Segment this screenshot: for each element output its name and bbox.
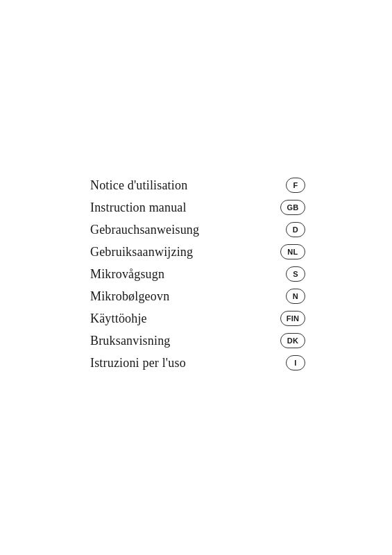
list-item: BruksanvisningDK — [90, 333, 305, 348]
list-item: MikrobølgeovnN — [90, 289, 305, 304]
list-item: KäyttöohjeFIN — [90, 311, 305, 326]
list-item: GebrauchsanweisungD — [90, 222, 305, 237]
language-badge: F — [286, 178, 305, 193]
menu-label: Istruzioni per l'uso — [90, 356, 186, 370]
page-container: Notice d'utilisationFInstruction manualG… — [0, 0, 392, 555]
language-badge: S — [286, 266, 305, 282]
menu-label: Mikrovågsugn — [90, 267, 164, 282]
list-item: Notice d'utilisationF — [90, 178, 305, 193]
language-badge: FIN — [280, 311, 305, 326]
menu-label: Käyttöohje — [90, 311, 147, 326]
language-badge: I — [286, 355, 305, 370]
menu-label: Instruction manual — [90, 200, 187, 215]
menu-label: Notice d'utilisation — [90, 178, 187, 193]
language-badge: N — [286, 289, 305, 304]
language-badge: DK — [280, 333, 305, 348]
list-item: Istruzioni per l'usoI — [90, 355, 305, 370]
list-item: GebruiksaanwijzingNL — [90, 244, 305, 259]
list-item: Instruction manualGB — [90, 200, 305, 215]
language-badge: NL — [280, 244, 305, 259]
menu-label: Gebrauchsanweisung — [90, 223, 199, 237]
language-badge: GB — [280, 200, 305, 215]
language-badge: D — [286, 222, 305, 237]
menu-label: Mikrobølgeovn — [90, 289, 169, 304]
list-item: MikrovågsugnS — [90, 266, 305, 282]
menu-label: Gebruiksaanwijzing — [90, 245, 193, 259]
menu-label: Bruksanvisning — [90, 334, 171, 348]
